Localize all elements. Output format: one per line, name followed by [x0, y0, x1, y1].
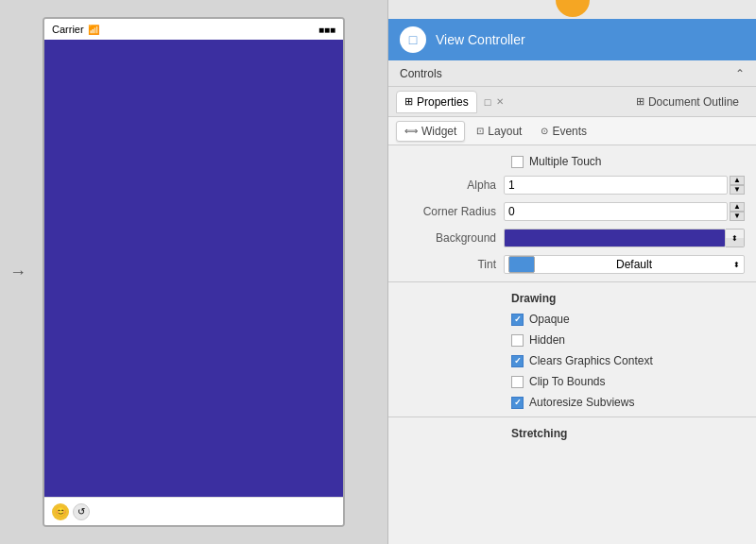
divider-2 [388, 416, 756, 417]
alpha-input[interactable] [504, 176, 728, 195]
status-bar: Carrier 📶 ■■■ [44, 19, 343, 40]
tab-document-outline[interactable]: ⊞ Document Outline [627, 92, 748, 112]
clip-to-bounds-label: Clip To Bounds [529, 375, 606, 388]
clip-to-bounds-row: Clip To Bounds [388, 371, 756, 392]
clears-graphics-label: Clears Graphics Context [529, 354, 653, 367]
background-color-swatch[interactable] [504, 229, 726, 247]
multiple-touch-checkbox[interactable] [511, 156, 524, 168]
background-label: Background [400, 231, 504, 245]
tint-value-area: Default ⬍ [504, 255, 745, 274]
properties-tab-label: Properties [417, 95, 469, 109]
layout-label: Layout [488, 125, 522, 138]
close-icon: □ [485, 96, 491, 108]
layout-icon: ⊡ [476, 126, 484, 136]
vc-icon: □ [400, 26, 426, 53]
vc-title: View Controller [436, 32, 525, 47]
chevron-up-icon[interactable]: ⌃ [735, 67, 745, 80]
widget-label: Widget [421, 125, 456, 138]
close-x[interactable]: ✕ [496, 96, 504, 107]
wifi-icon: 📶 [88, 25, 99, 35]
tab-properties[interactable]: ⊞ Properties [396, 91, 477, 113]
widget-icon: ⟺ [404, 126, 418, 136]
ios-device: Carrier 📶 ■■■ 😊 ↺ [43, 17, 345, 527]
vc-icon-symbol: □ [409, 32, 417, 47]
alpha-label: Alpha [400, 178, 504, 192]
controls-label: Controls [400, 67, 442, 80]
autoresize-checkbox[interactable] [511, 397, 524, 409]
corner-radius-stepper[interactable]: ▲ ▼ [730, 202, 745, 221]
tint-value-label: Default [616, 258, 652, 271]
multiple-touch-label: Multiple Touch [529, 155, 602, 168]
emoji-icon[interactable]: 😊 [52, 503, 69, 520]
carrier-label: Carrier [52, 24, 84, 35]
hidden-checkbox[interactable] [511, 334, 524, 347]
refresh-icon[interactable]: ↺ [73, 503, 90, 520]
orange-circle [556, 0, 590, 17]
background-value-area: ⬍ [504, 229, 745, 247]
carrier-area: Carrier 📶 [52, 24, 99, 35]
doc-outline-label: Document Outline [648, 95, 739, 109]
tab-close-button[interactable]: □ ✕ [479, 93, 510, 111]
alpha-increment[interactable]: ▲ [730, 176, 745, 185]
stretching-section-header: Stretching [388, 421, 756, 444]
battery-label: ■■■ [318, 25, 335, 35]
dropdown-arrows: ⬍ [731, 234, 738, 243]
hidden-label: Hidden [529, 333, 565, 347]
events-icon: ⊙ [541, 126, 548, 136]
corner-radius-input-group: ▲ ▼ [504, 202, 745, 221]
battery-indicator: ■■■ [318, 25, 335, 35]
inspector-panel: □ View Controller Controls ⌃ ⊞ Propertie… [387, 0, 756, 544]
subtab-widget[interactable]: ⟺ Widget [396, 121, 465, 142]
opaque-label: Opaque [529, 313, 570, 326]
alpha-stepper[interactable]: ▲ ▼ [730, 176, 745, 195]
opaque-row: Opaque [388, 309, 756, 330]
background-color-input: ⬍ [504, 229, 745, 247]
inspector-top [388, 0, 756, 19]
corner-radius-decrement[interactable]: ▼ [730, 212, 745, 221]
tabs-row: ⊞ Properties □ ✕ ⊞ Document Outline [388, 87, 756, 117]
corner-radius-input[interactable] [504, 202, 728, 221]
subtabs-row: ⟺ Widget ⊡ Layout ⊙ Events [388, 117, 756, 145]
corner-radius-label: Corner Radius [400, 205, 504, 218]
corner-radius-value-area: ▲ ▼ [504, 202, 745, 221]
corner-radius-increment[interactable]: ▲ [730, 202, 745, 212]
tint-chevron-icon: ⬍ [733, 261, 740, 269]
corner-radius-row: Corner Radius ▲ ▼ [388, 198, 756, 225]
tint-dropdown[interactable]: Default ⬍ [504, 255, 745, 274]
autoresize-label: Autoresize Subviews [529, 396, 634, 409]
refresh-label: ↺ [77, 506, 85, 517]
tint-row: Tint Default ⬍ [388, 251, 756, 278]
alpha-input-group: ▲ ▼ [504, 176, 745, 195]
emoji-label: 😊 [55, 506, 66, 517]
clip-to-bounds-checkbox[interactable] [511, 376, 524, 388]
arrow-icon: → [9, 263, 26, 282]
subtab-layout[interactable]: ⊡ Layout [469, 122, 529, 141]
tint-label: Tint [400, 258, 504, 271]
controls-row[interactable]: Controls ⌃ [388, 60, 756, 87]
properties-tab-icon: ⊞ [404, 95, 413, 108]
vc-header: □ View Controller [388, 19, 756, 60]
hidden-row: Hidden [388, 330, 756, 350]
alpha-row: Alpha ▲ ▼ [388, 172, 756, 198]
doc-outline-icon: ⊞ [636, 95, 644, 108]
drawing-section-header: Drawing [388, 286, 756, 309]
subtab-events[interactable]: ⊙ Events [533, 122, 594, 141]
events-label: Events [552, 125, 587, 138]
ios-content-area [44, 40, 343, 497]
tint-swatch [508, 256, 535, 273]
tint-input-group: Default ⬍ [504, 255, 745, 274]
background-dropdown-btn[interactable]: ⬍ [726, 229, 745, 247]
ios-bottom-bar: 😊 ↺ [44, 497, 343, 525]
clears-graphics-row: Clears Graphics Context [388, 350, 756, 371]
alpha-decrement[interactable]: ▼ [730, 185, 745, 195]
opaque-checkbox[interactable] [511, 314, 524, 326]
divider-1 [388, 281, 756, 282]
alpha-value-area: ▲ ▼ [504, 176, 745, 195]
properties-content: Multiple Touch Alpha ▲ ▼ Corner Radius [388, 145, 756, 544]
simulator-panel: → Carrier 📶 ■■■ 😊 ↺ [0, 0, 387, 544]
autoresize-row: Autoresize Subviews [388, 392, 756, 413]
multiple-touch-row: Multiple Touch [388, 151, 756, 172]
background-row: Background ⬍ [388, 225, 756, 251]
clears-graphics-checkbox[interactable] [511, 355, 524, 367]
